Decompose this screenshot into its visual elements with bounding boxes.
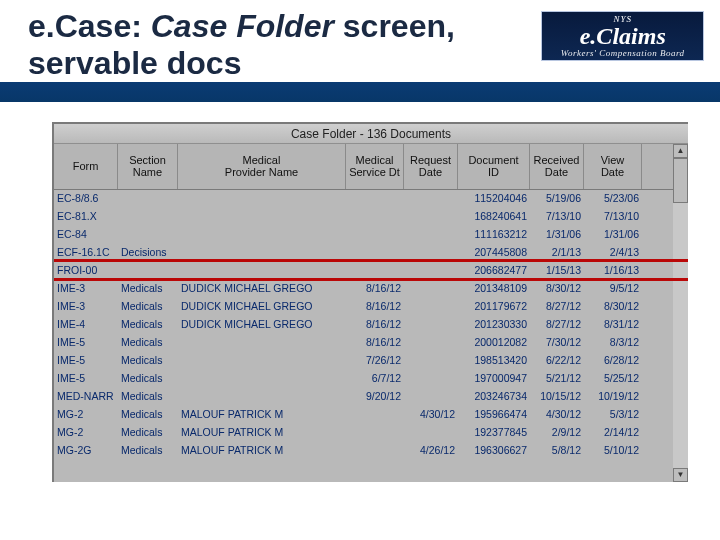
cell-form: MG-2G bbox=[54, 442, 118, 460]
scroll-thumb[interactable] bbox=[673, 158, 688, 203]
table-row[interactable]: MG-2MedicalsMALOUF PATRICK M1923778452/9… bbox=[54, 424, 688, 442]
title-prefix: e.Case: bbox=[28, 8, 151, 44]
cell-servdt bbox=[346, 208, 404, 226]
cell-recvd: 2/9/12 bbox=[530, 424, 584, 442]
table-row[interactable]: FROI-002066824771/15/131/16/13 bbox=[54, 262, 688, 280]
cell-servdt bbox=[346, 244, 404, 262]
table-row[interactable]: IME-5Medicals6/7/121970009475/21/125/25/… bbox=[54, 370, 688, 388]
table-row[interactable]: EC-8/8.61152040465/19/065/23/06 bbox=[54, 190, 688, 208]
cell-recvd: 8/27/12 bbox=[530, 298, 584, 316]
cell-section bbox=[118, 190, 178, 208]
cell-section: Medicals bbox=[118, 388, 178, 406]
cell-reqdt bbox=[404, 316, 458, 334]
cell-form: ECF-16.1C bbox=[54, 244, 118, 262]
table-row[interactable]: IME-3MedicalsDUDICK MICHAEL GREGO8/16/12… bbox=[54, 298, 688, 316]
cell-servdt: 8/16/12 bbox=[346, 280, 404, 298]
cell-form: MG-2 bbox=[54, 406, 118, 424]
table-row[interactable]: MED-NARRMedicals9/20/1220324673410/15/12… bbox=[54, 388, 688, 406]
case-folder-window: Case Folder - 136 Documents Form Section… bbox=[52, 122, 688, 482]
cell-viewdt: 10/19/12 bbox=[584, 388, 642, 406]
cell-section: Medicals bbox=[118, 406, 178, 424]
cell-recvd: 2/1/13 bbox=[530, 244, 584, 262]
cell-section: Medicals bbox=[118, 424, 178, 442]
scroll-up-button[interactable]: ▲ bbox=[673, 144, 688, 158]
header-request-dt[interactable]: Request Date bbox=[404, 144, 458, 189]
cell-form: IME-5 bbox=[54, 352, 118, 370]
cell-viewdt: 1/16/13 bbox=[584, 262, 642, 280]
table-row[interactable]: IME-5Medicals7/26/121985134206/22/126/28… bbox=[54, 352, 688, 370]
cell-provider: MALOUF PATRICK M bbox=[178, 406, 346, 424]
cell-section bbox=[118, 262, 178, 280]
cell-viewdt: 8/31/12 bbox=[584, 316, 642, 334]
header-service-dt[interactable]: Medical Service Dt bbox=[346, 144, 404, 189]
table-row[interactable]: IME-3MedicalsDUDICK MICHAEL GREGO8/16/12… bbox=[54, 280, 688, 298]
cell-provider bbox=[178, 370, 346, 388]
cell-provider bbox=[178, 352, 346, 370]
cell-recvd: 1/15/13 bbox=[530, 262, 584, 280]
cell-viewdt: 5/23/06 bbox=[584, 190, 642, 208]
scroll-track[interactable] bbox=[673, 158, 688, 468]
vertical-scrollbar[interactable]: ▲ ▼ bbox=[673, 144, 688, 482]
cell-recvd: 6/22/12 bbox=[530, 352, 584, 370]
cell-provider bbox=[178, 226, 346, 244]
cell-viewdt: 2/14/12 bbox=[584, 424, 642, 442]
cell-servdt bbox=[346, 262, 404, 280]
cell-docid: 195966474 bbox=[458, 406, 530, 424]
table-row[interactable]: EC-841111632121/31/061/31/06 bbox=[54, 226, 688, 244]
header-provider[interactable]: Medical Provider Name bbox=[178, 144, 346, 189]
cell-servdt bbox=[346, 442, 404, 460]
table-row[interactable]: IME-4MedicalsDUDICK MICHAEL GREGO8/16/12… bbox=[54, 316, 688, 334]
column-headers: Form Section Name Medical Provider Name … bbox=[54, 144, 688, 190]
cell-docid: 207445808 bbox=[458, 244, 530, 262]
cell-provider: DUDICK MICHAEL GREGO bbox=[178, 298, 346, 316]
scroll-down-button[interactable]: ▼ bbox=[673, 468, 688, 482]
cell-provider bbox=[178, 334, 346, 352]
header-doc-id[interactable]: Document ID bbox=[458, 144, 530, 189]
cell-recvd: 10/15/12 bbox=[530, 388, 584, 406]
table-row[interactable]: MG-2MedicalsMALOUF PATRICK M4/30/1219596… bbox=[54, 406, 688, 424]
cell-servdt: 8/16/12 bbox=[346, 316, 404, 334]
cell-provider bbox=[178, 388, 346, 406]
cell-section bbox=[118, 208, 178, 226]
cell-recvd: 8/27/12 bbox=[530, 316, 584, 334]
cell-recvd: 4/30/12 bbox=[530, 406, 584, 424]
header-view-dt[interactable]: View Date bbox=[584, 144, 642, 189]
cell-docid: 111163212 bbox=[458, 226, 530, 244]
cell-section: Medicals bbox=[118, 280, 178, 298]
cell-provider bbox=[178, 190, 346, 208]
header-received[interactable]: Received Date bbox=[530, 144, 584, 189]
table-row[interactable]: IME-5Medicals8/16/122000120827/30/128/3/… bbox=[54, 334, 688, 352]
table-row[interactable]: MG-2GMedicalsMALOUF PATRICK M4/26/121963… bbox=[54, 442, 688, 460]
cell-servdt: 6/7/12 bbox=[346, 370, 404, 388]
cell-docid: 201230330 bbox=[458, 316, 530, 334]
cell-form: IME-3 bbox=[54, 298, 118, 316]
cell-viewdt: 1/31/06 bbox=[584, 226, 642, 244]
cell-provider bbox=[178, 262, 346, 280]
table-row[interactable]: EC-81.X1682406417/13/107/13/10 bbox=[54, 208, 688, 226]
window-caption: Case Folder - 136 Documents bbox=[54, 124, 688, 144]
table-row[interactable]: ECF-16.1CDecisions2074458082/1/132/4/13 bbox=[54, 244, 688, 262]
cell-viewdt: 5/25/12 bbox=[584, 370, 642, 388]
cell-reqdt bbox=[404, 298, 458, 316]
cell-recvd: 7/30/12 bbox=[530, 334, 584, 352]
cell-form: IME-5 bbox=[54, 370, 118, 388]
cell-recvd: 5/19/06 bbox=[530, 190, 584, 208]
header-form[interactable]: Form bbox=[54, 144, 118, 189]
cell-provider: DUDICK MICHAEL GREGO bbox=[178, 316, 346, 334]
cell-servdt: 8/16/12 bbox=[346, 334, 404, 352]
logo-sub-text: Workers' Compensation Board bbox=[561, 48, 685, 58]
title-italic: Case Folder bbox=[151, 8, 334, 44]
cell-recvd: 5/21/12 bbox=[530, 370, 584, 388]
cell-viewdt: 8/30/12 bbox=[584, 298, 642, 316]
cell-reqdt bbox=[404, 388, 458, 406]
header-section[interactable]: Section Name bbox=[118, 144, 178, 189]
page-title: e.Case: Case Folder screen, servable doc… bbox=[28, 8, 541, 82]
cell-reqdt: 4/26/12 bbox=[404, 442, 458, 460]
cell-provider: DUDICK MICHAEL GREGO bbox=[178, 280, 346, 298]
cell-reqdt bbox=[404, 424, 458, 442]
cell-docid: 206682477 bbox=[458, 262, 530, 280]
cell-viewdt: 2/4/13 bbox=[584, 244, 642, 262]
cell-reqdt bbox=[404, 226, 458, 244]
cell-section: Medicals bbox=[118, 298, 178, 316]
cell-servdt: 7/26/12 bbox=[346, 352, 404, 370]
